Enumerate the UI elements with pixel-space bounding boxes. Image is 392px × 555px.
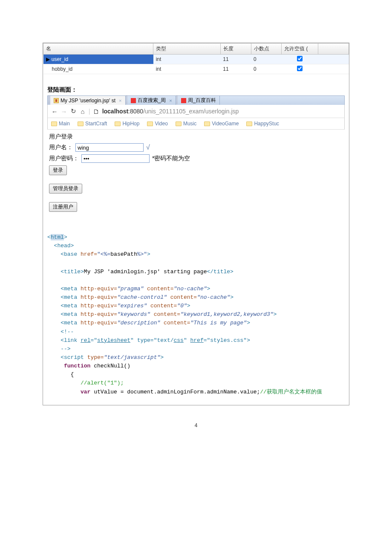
password-label: 用户密码： (49, 155, 79, 162)
baidu-favicon-icon (131, 98, 136, 103)
bookmark-videogame[interactable]: VideoGame (204, 121, 239, 127)
folder-icon (176, 121, 182, 126)
check-icon: √ (146, 144, 150, 151)
folder-icon (78, 121, 84, 126)
tab-baidu-search[interactable]: 百度搜索_周 × (127, 96, 176, 105)
forward-icon[interactable]: → (61, 108, 67, 115)
home-icon[interactable]: ⌂ (79, 108, 86, 115)
reload-icon[interactable]: ↻ (70, 107, 77, 115)
back-icon[interactable]: ← (51, 108, 58, 115)
folder-icon (51, 121, 57, 126)
address-bar: ← → ↻ ⌂ | 🗋 localhost:8080/unis_20111105… (47, 105, 345, 118)
section-heading: 登陆画面： (47, 86, 349, 94)
close-icon[interactable]: × (169, 98, 172, 103)
bookmark-main[interactable]: Main (51, 121, 70, 127)
browser-tab-strip: My JSP 'userlogin.jsp' st × 百度搜索_周 × 周_百… (47, 95, 345, 105)
register-button[interactable]: 注册用户 (49, 202, 77, 212)
bookmark-startcraft[interactable]: StartCraft (78, 121, 107, 127)
url-display[interactable]: localhost:8080/unis_20111105_exam/userlo… (102, 108, 239, 115)
baidu-favicon-icon (181, 98, 186, 103)
page-number: 4 (0, 422, 392, 428)
login-form: 用户登录 用户名： √ 用户密码： *密码不能为空 登录 管理员登录 注册用户 (49, 133, 345, 212)
login-title: 用户登录 (49, 133, 345, 141)
table-row[interactable]: ▶ user_id int 11 0 (43, 55, 349, 64)
bookmark-hiphop[interactable]: HipHop (115, 121, 139, 127)
login-button[interactable]: 登录 (49, 165, 67, 175)
username-input[interactable] (75, 143, 144, 152)
bookmark-bar: Main StartCraft HipHop Video Music Video… (47, 118, 345, 130)
jsp-favicon-icon (54, 98, 59, 103)
tab-label: 周_百度百科 (188, 97, 216, 104)
code-listing: <html> <head> <base href="<%=basePath%>"… (47, 233, 345, 396)
close-icon[interactable]: × (119, 98, 121, 103)
tab-label: My JSP 'userlogin.jsp' st (61, 98, 115, 104)
password-hint: *密码不能为空 (152, 155, 190, 162)
folder-icon (147, 121, 153, 126)
bookmark-video[interactable]: Video (147, 121, 167, 127)
db-schema-table: 名 类型 长度 小数点 允许空值 ( ▶ user_id int 11 0 ho… (43, 43, 349, 74)
bookmark-music[interactable]: Music (176, 121, 196, 127)
admin-login-button[interactable]: 管理员登录 (49, 184, 82, 194)
page-icon: 🗋 (93, 108, 100, 115)
table-row[interactable]: hobby_id int 11 0 (43, 64, 349, 74)
folder-icon (246, 121, 252, 126)
username-label: 用户名： (49, 144, 73, 151)
db-header-row: 名 类型 长度 小数点 允许空值 ( (43, 43, 349, 55)
bookmark-happystuc[interactable]: HappyStuc (246, 121, 279, 127)
nullable-checkbox[interactable] (297, 66, 303, 71)
nullable-checkbox[interactable] (297, 56, 303, 61)
folder-icon (204, 121, 210, 126)
tab-label: 百度搜索_周 (138, 97, 166, 104)
folder-icon (115, 121, 121, 126)
tab-baidu-baike[interactable]: 周_百度百科 (178, 96, 220, 105)
tab-userlogin[interactable]: My JSP 'userlogin.jsp' st × (50, 96, 126, 105)
password-input[interactable] (81, 154, 150, 163)
row-arrow-icon: ▶ (46, 56, 50, 62)
